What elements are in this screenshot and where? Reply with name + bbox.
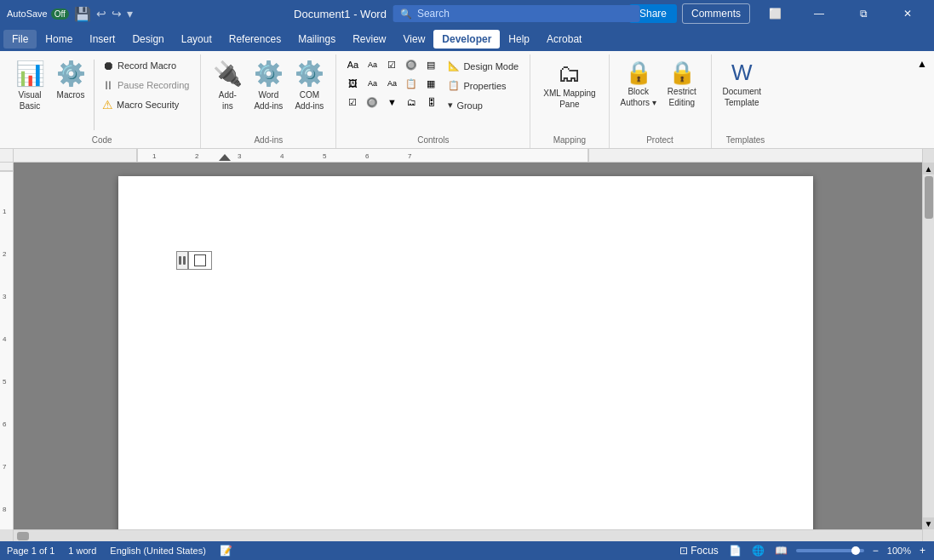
design-mode-button[interactable]: 📐 Design Mode bbox=[444, 58, 523, 74]
add-ins-label: Add-ins bbox=[219, 89, 237, 111]
scrollbar-horizontal[interactable] bbox=[14, 529, 922, 541]
svg-text:3: 3 bbox=[238, 152, 242, 160]
ctrl-dropdown-btn[interactable]: ▼ bbox=[382, 94, 401, 111]
web-layout-button[interactable]: 🌐 bbox=[750, 543, 766, 558]
word-add-ins-button[interactable]: ⚙️ WordAdd-ins bbox=[249, 56, 288, 117]
ctrl-img-btn[interactable]: 🖼 bbox=[343, 75, 362, 92]
ctrl-slider-btn[interactable]: 🎛 bbox=[421, 94, 440, 111]
svg-text:1: 1 bbox=[152, 152, 157, 160]
menu-item-insert[interactable]: Insert bbox=[81, 30, 123, 49]
checkbox-inner[interactable] bbox=[194, 254, 206, 266]
redo-icon[interactable]: ↪ bbox=[112, 7, 122, 20]
ctrl-radio2-btn[interactable]: 🔘 bbox=[363, 94, 381, 111]
svg-text:3: 3 bbox=[3, 293, 7, 300]
group-button[interactable]: ▾ Group bbox=[444, 97, 523, 113]
autosave-toggle-button[interactable]: Off bbox=[51, 9, 69, 20]
form-control-handle[interactable] bbox=[176, 251, 188, 270]
read-mode-button[interactable]: 📖 bbox=[773, 543, 789, 558]
block-authors-label: BlockAuthors ▾ bbox=[621, 86, 656, 108]
search-input[interactable] bbox=[417, 8, 633, 20]
ctrl-checkbox-btn[interactable]: ☑ bbox=[382, 56, 401, 73]
menu-item-references[interactable]: References bbox=[221, 30, 289, 49]
ruler-corner bbox=[0, 149, 14, 163]
focus-button[interactable]: ⊡ Focus bbox=[678, 543, 720, 558]
design-mode-icon: 📐 bbox=[448, 60, 460, 71]
menu-item-acrobat[interactable]: Acrobat bbox=[538, 30, 590, 49]
pause-recording-button[interactable]: ⏸ Pause Recording bbox=[98, 76, 193, 94]
form-control-handle-icon bbox=[178, 254, 186, 266]
search-box[interactable]: 🔍 bbox=[393, 5, 640, 22]
controls-group-label: Controls bbox=[417, 134, 449, 146]
form-control-checkbox[interactable] bbox=[188, 251, 212, 270]
title-center: Document1 - Word 🔍 bbox=[294, 5, 640, 22]
document-template-icon: W bbox=[731, 60, 753, 86]
record-macro-button[interactable]: ⏺ Record Macro bbox=[98, 56, 193, 75]
scrollbar-thumb[interactable] bbox=[925, 176, 933, 219]
menu-item-file[interactable]: File bbox=[3, 30, 37, 49]
design-mode-label: Design Mode bbox=[463, 61, 519, 71]
macro-security-button[interactable]: ⚠ Macro Security bbox=[98, 95, 193, 114]
menu-item-view[interactable]: View bbox=[395, 30, 434, 49]
templates-group-label: Templates bbox=[726, 134, 765, 146]
zoom-slider[interactable] bbox=[796, 549, 864, 552]
ribbon-collapse-button[interactable]: ▲ bbox=[914, 56, 931, 71]
ctrl-textbox2-btn[interactable]: Aa bbox=[363, 56, 381, 73]
restrict-editing-button[interactable]: 🔒 RestrictEditing bbox=[662, 56, 702, 117]
macros-button[interactable]: ⚙️ Macros bbox=[51, 56, 90, 117]
xml-mapping-button[interactable]: 🗂 XML MappingPane bbox=[537, 56, 601, 113]
ctrl-listbox-btn[interactable]: ▤ bbox=[421, 56, 440, 73]
zoom-out-button[interactable]: − bbox=[871, 543, 880, 558]
ctrl-check2-btn[interactable]: ☑ bbox=[343, 94, 362, 111]
menu-item-review[interactable]: Review bbox=[344, 30, 394, 49]
word-count-status: 1 word bbox=[68, 546, 96, 556]
save-icon[interactable]: 💾 bbox=[74, 6, 91, 22]
ctrl-textbox4-btn[interactable]: Aa bbox=[382, 75, 401, 92]
print-layout-button[interactable]: 📄 bbox=[727, 543, 743, 558]
menu-item-home[interactable]: Home bbox=[37, 30, 81, 49]
menu-item-design[interactable]: Design bbox=[123, 30, 172, 49]
ctrl-grid-btn[interactable]: ▦ bbox=[421, 75, 440, 92]
ribbon-group-code: 📊 VisualBasic ⚙️ Macros ⏺ Record Macro bbox=[3, 54, 201, 148]
form-control-container[interactable] bbox=[176, 251, 212, 270]
visual-basic-button[interactable]: 📊 VisualBasic bbox=[10, 56, 49, 117]
minimize-button[interactable]: — bbox=[799, 0, 839, 27]
ctrl-tab-btn[interactable]: 🗂 bbox=[402, 94, 421, 111]
ribbon-group-mapping: 🗂 XML MappingPane Mapping bbox=[530, 54, 609, 148]
customize-qat-icon[interactable]: ▾ bbox=[127, 7, 133, 20]
properties-button[interactable]: 📋 Properties bbox=[444, 77, 523, 94]
block-authors-button[interactable]: 🔒 BlockAuthors ▾ bbox=[616, 56, 661, 117]
menu-item-mailings[interactable]: Mailings bbox=[289, 30, 344, 49]
controls-row3: ☑ 🔘 ▼ 🗂 🎛 bbox=[343, 94, 440, 111]
svg-text:7: 7 bbox=[408, 152, 412, 160]
zoom-in-button[interactable]: + bbox=[918, 543, 927, 558]
add-ins-button[interactable]: 🔌 Add-ins bbox=[208, 56, 247, 117]
comments-button[interactable]: Comments bbox=[682, 3, 750, 24]
code-group-label: Code bbox=[92, 134, 112, 146]
menu-item-developer[interactable]: Developer bbox=[433, 30, 500, 49]
ctrl-combo-btn[interactable]: 📋 bbox=[402, 75, 421, 92]
page-scroll-area[interactable] bbox=[14, 163, 922, 529]
scrollbar-horizontal-container bbox=[0, 529, 934, 541]
autosave-toggle-area[interactable]: AutoSave Off bbox=[7, 9, 69, 20]
undo-icon[interactable]: ↩ bbox=[96, 7, 106, 20]
scrollbar-h-thumb[interactable] bbox=[17, 532, 29, 540]
scrollbar-up-button[interactable]: ▲ bbox=[923, 163, 935, 174]
properties-icon: 📋 bbox=[448, 80, 460, 91]
document-template-button[interactable]: W DocumentTemplate bbox=[719, 56, 766, 117]
title-bar-left: AutoSave Off 💾 ↩ ↪ ▾ bbox=[7, 6, 133, 22]
menu-item-help[interactable]: Help bbox=[500, 30, 538, 49]
ribbon-toggle-button[interactable]: ⬜ bbox=[755, 0, 794, 27]
restore-button[interactable]: ⧉ bbox=[844, 0, 883, 27]
com-add-ins-button[interactable]: ⚙️ COMAdd-ins bbox=[289, 56, 329, 117]
ruler-h-svg: 1 2 3 4 5 6 7 bbox=[14, 149, 922, 163]
ctrl-radio-btn[interactable]: 🔘 bbox=[402, 56, 421, 73]
menu-bar: File Home Insert Design Layout Reference… bbox=[0, 27, 934, 51]
ctrl-textbox-btn[interactable]: Aa bbox=[343, 56, 362, 73]
word-add-ins-icon: ⚙️ bbox=[254, 60, 284, 88]
ctrl-textbox3-btn[interactable]: Aa bbox=[363, 75, 381, 92]
menu-item-layout[interactable]: Layout bbox=[173, 30, 221, 49]
close-button[interactable]: ✕ bbox=[888, 0, 927, 27]
addins-group-content: 🔌 Add-ins ⚙️ WordAdd-ins ⚙️ COMAdd-ins bbox=[208, 56, 329, 134]
scrollbar-down-button[interactable]: ▼ bbox=[923, 517, 935, 529]
scrollbar-vertical[interactable]: ▲ ▼ bbox=[922, 163, 934, 529]
